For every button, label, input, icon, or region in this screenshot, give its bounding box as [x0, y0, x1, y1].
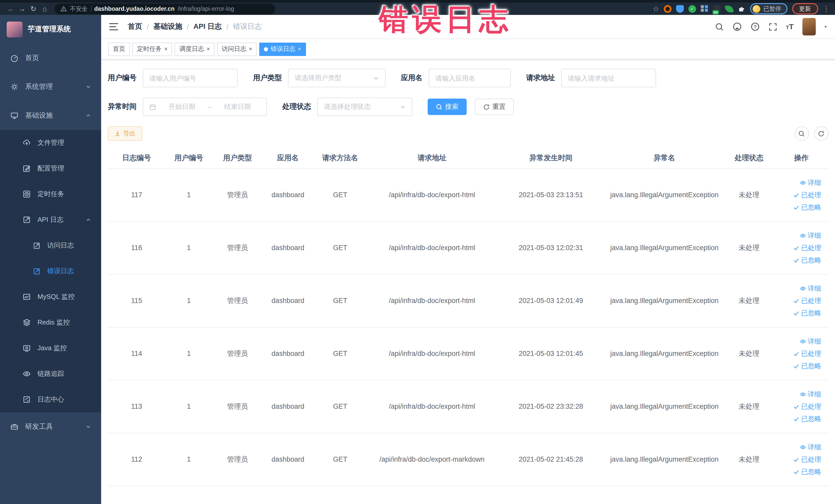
github-icon[interactable]: [732, 22, 741, 31]
tab-home[interactable]: 首页: [108, 42, 130, 56]
sidebar-item-home[interactable]: 首页: [0, 44, 101, 73]
ignored-link[interactable]: 已忽略: [793, 360, 821, 372]
col-exception: 异常名: [605, 148, 724, 168]
chevron-down-icon: [86, 84, 91, 89]
sidebar-item-api-log[interactable]: API 日志: [0, 207, 101, 233]
detail-link[interactable]: 详细: [799, 229, 821, 242]
detail-link[interactable]: 详细: [799, 335, 821, 347]
address-bar[interactable]: 不安全 dashboard.yudao.iocoder.cn/infra/log…: [55, 3, 275, 14]
processed-link[interactable]: 已处理: [793, 242, 821, 254]
sidebar-item-redis-monitor[interactable]: Redis 监控: [0, 310, 101, 335]
sidebar-item-trace[interactable]: 链路追踪: [0, 361, 101, 387]
table-header-row: 日志编号 用户编号 用户类型 应用名 请求方法名 请求地址 异常发生时间 异常名…: [108, 148, 828, 168]
profile-paused-pill[interactable]: 已暂停: [750, 3, 787, 14]
detail-link[interactable]: 详细: [799, 388, 821, 400]
sidebar-item-mysql-monitor[interactable]: MySQL 监控: [0, 284, 101, 310]
user-id-input[interactable]: [143, 69, 238, 87]
processed-link[interactable]: 已处理: [793, 453, 821, 465]
close-icon[interactable]: ×: [249, 46, 252, 52]
hamburger-icon[interactable]: [109, 23, 119, 31]
browser-home-icon[interactable]: ⌂: [39, 3, 50, 14]
table-row: 1161管理员dashboardGET/api/infra/db-doc/exp…: [108, 221, 828, 274]
ignored-link[interactable]: 已忽略: [793, 412, 821, 425]
sidebar-item-dev-tools[interactable]: 研发工具: [0, 412, 101, 441]
sidebar-item-infrastructure[interactable]: 基础设施: [0, 101, 101, 130]
app-title: 芋道管理系统: [28, 25, 71, 34]
sidebar-item-system[interactable]: 系统管理: [0, 73, 101, 101]
request-url-input[interactable]: [561, 69, 656, 87]
cell-user_type: 管理员: [212, 380, 263, 433]
sidebar-item-config-management[interactable]: 配置管理: [0, 156, 101, 181]
check-icon: [793, 403, 799, 409]
detail-link[interactable]: 详细: [799, 441, 821, 453]
breadcrumb-home[interactable]: 首页: [128, 22, 142, 31]
browser-forward-icon[interactable]: →: [16, 3, 28, 14]
process-status-select[interactable]: 请选择处理状态: [317, 98, 412, 116]
tab-access-log[interactable]: 访问日志×: [217, 42, 257, 56]
help-icon[interactable]: ?: [750, 22, 759, 31]
redis-monitor-icon: [23, 318, 31, 327]
search-button[interactable]: 搜索: [428, 99, 467, 115]
caret-down-icon[interactable]: ▾: [824, 24, 827, 29]
sidebar-item-scheduled-jobs[interactable]: 定时任务: [0, 181, 101, 207]
detail-link[interactable]: 详细: [799, 282, 821, 295]
ignored-link[interactable]: 已忽略: [793, 465, 821, 478]
extension-leaf-icon[interactable]: [725, 4, 734, 13]
cell-id: 117: [108, 168, 166, 221]
close-icon[interactable]: ×: [207, 46, 210, 52]
detail-link[interactable]: 详细: [799, 176, 821, 189]
cell-status: 未处理: [724, 327, 774, 380]
extension-puzzle-icon[interactable]: [738, 5, 746, 13]
sidebar-item-access-log[interactable]: 访问日志: [0, 233, 101, 258]
sidebar-item-java-monitor[interactable]: Java 监控: [0, 335, 101, 361]
processed-link[interactable]: 已处理: [793, 347, 821, 360]
refresh-table-button[interactable]: [814, 126, 828, 141]
breadcrumb-api-log[interactable]: API 日志: [194, 22, 222, 31]
chevron-down-icon: [373, 75, 379, 81]
sidebar-item-error-log[interactable]: 错误日志: [0, 258, 101, 284]
bookmark-star-icon[interactable]: ☆: [653, 5, 659, 13]
fullscreen-icon[interactable]: [768, 22, 777, 31]
processed-link[interactable]: 已处理: [793, 189, 821, 201]
cell-exception: java.lang.IllegalArgumentException: [605, 221, 724, 274]
cell-user_id: 1: [166, 433, 212, 486]
browser-update-button[interactable]: 更新: [792, 3, 818, 14]
extension-on-badge-icon[interactable]: on: [713, 5, 721, 13]
sidebar-item-file-management[interactable]: 文件管理: [0, 130, 101, 156]
tab-scheduled-jobs[interactable]: 定时任务×: [133, 42, 172, 56]
ignored-link[interactable]: 已忽略: [793, 307, 821, 319]
browser-back-icon[interactable]: ←: [5, 3, 16, 14]
app-name-input[interactable]: [429, 69, 511, 87]
cell-time: 2021-05-03 23:13:51: [497, 168, 605, 221]
reset-button[interactable]: 重置: [475, 99, 514, 115]
browser-refresh-icon[interactable]: ↻: [28, 3, 39, 14]
tab-schedule-log[interactable]: 调度日志×: [175, 42, 215, 56]
export-button[interactable]: 导出: [108, 126, 142, 141]
user-type-select[interactable]: 请选择用户类型: [288, 69, 386, 87]
check-icon: [793, 310, 799, 316]
extension-green-check-icon[interactable]: ✓: [688, 5, 696, 13]
browser-menu-icon[interactable]: ⋮: [823, 5, 830, 13]
toggle-search-button[interactable]: [794, 126, 809, 141]
processed-link[interactable]: 已处理: [793, 295, 821, 307]
eye-icon: [799, 444, 806, 450]
cell-user_id: 1: [166, 380, 212, 433]
ignored-link[interactable]: 已忽略: [793, 201, 821, 213]
search-icon[interactable]: [715, 22, 724, 31]
user-avatar[interactable]: [802, 18, 816, 36]
exception-time-range-picker[interactable]: 开始日期 – 结束日期: [143, 98, 267, 116]
close-icon[interactable]: ×: [298, 46, 301, 52]
cell-user_type: 管理员: [212, 433, 263, 486]
font-size-icon[interactable]: TT: [786, 22, 794, 31]
extension-grid-icon[interactable]: [701, 5, 709, 13]
app-logo[interactable]: 芋道管理系统: [0, 15, 101, 44]
extension-orange-icon[interactable]: [664, 5, 672, 13]
breadcrumb-infrastructure[interactable]: 基础设施: [154, 22, 182, 31]
ignored-link[interactable]: 已忽略: [793, 254, 821, 266]
extension-blue-shield-icon[interactable]: [676, 5, 684, 13]
cell-exception: java.lang.IllegalArgumentException: [605, 327, 724, 380]
close-icon[interactable]: ×: [164, 46, 168, 52]
tab-error-log[interactable]: 错误日志×: [260, 42, 306, 56]
sidebar-item-log-center[interactable]: 日志中心: [0, 387, 101, 412]
processed-link[interactable]: 已处理: [793, 400, 821, 412]
